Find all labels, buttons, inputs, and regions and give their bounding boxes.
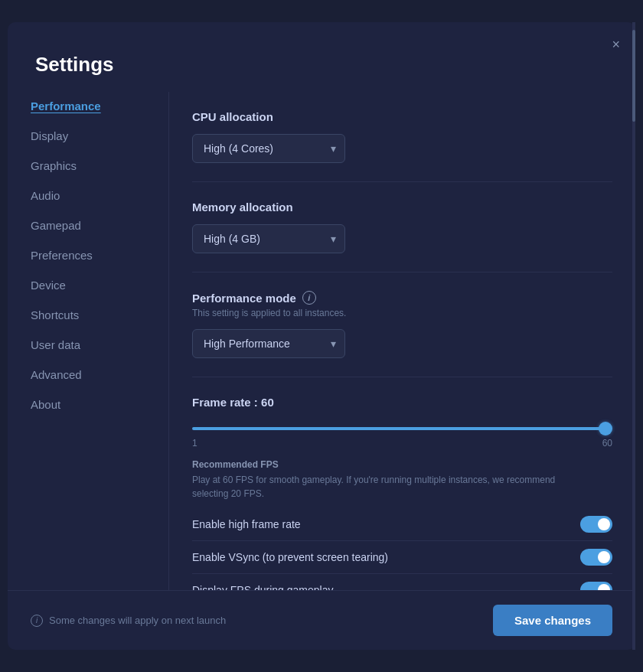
- sidebar-item-gamepad[interactable]: Gamepad: [20, 211, 156, 240]
- frame-rate-slider-container: 1 60: [192, 419, 612, 449]
- cpu-allocation-section: CPU allocation Low (2 Cores)Medium (3 Co…: [192, 92, 612, 182]
- toggle-label-vsync: Enable VSync (to prevent screen tearing): [192, 551, 388, 563]
- memory-allocation-wrapper: Low (1 GB)Medium (2 GB)High (4 GB)Ultra …: [192, 224, 345, 253]
- modal-title: Settings: [8, 22, 635, 92]
- toggle-label-display-fps: Display FPS during gameplay: [192, 584, 333, 590]
- close-button[interactable]: ×: [609, 34, 623, 54]
- performance-mode-label: Performance mode i: [192, 291, 612, 305]
- footer-note-text: Some changes will apply on next launch: [49, 615, 226, 626]
- performance-mode-wrapper: Power SaverBalancedHigh PerformanceUltra: [192, 329, 345, 358]
- sidebar-item-about[interactable]: About: [20, 390, 156, 419]
- fps-note-title: Recommended FPS: [192, 459, 612, 470]
- memory-allocation-label: Memory allocation: [192, 201, 612, 214]
- sidebar-item-preferences[interactable]: Preferences: [20, 241, 156, 269]
- settings-modal: × Settings PerformanceDisplayGraphicsAud…: [8, 22, 635, 650]
- modal-body: PerformanceDisplayGraphicsAudioGamepadPr…: [8, 92, 635, 590]
- toggle-switch-display-fps[interactable]: [580, 582, 612, 590]
- toggle-switch-high-frame-rate[interactable]: [580, 516, 612, 533]
- scroll-thumb: [632, 92, 635, 122]
- memory-allocation-section: Memory allocation Low (1 GB)Medium (2 GB…: [192, 182, 612, 272]
- sidebar-item-user-data[interactable]: User data: [20, 331, 156, 359]
- save-button[interactable]: Save changes: [493, 605, 612, 636]
- toggle-row-display-fps: Display FPS during gameplay: [192, 574, 612, 590]
- fps-note-text: Play at 60 FPS for smooth gameplay. If y…: [192, 473, 575, 501]
- sidebar-item-performance[interactable]: Performance: [20, 92, 156, 120]
- sidebar-item-shortcuts[interactable]: Shortcuts: [20, 301, 156, 329]
- toggle-row-vsync: Enable VSync (to prevent screen tearing): [192, 541, 612, 574]
- toggle-label-high-frame-rate: Enable high frame rate: [192, 518, 301, 530]
- slider-min-label: 1: [192, 438, 197, 449]
- sidebar-item-audio[interactable]: Audio: [20, 181, 156, 210]
- footer: i Some changes will apply on next launch…: [8, 590, 635, 650]
- footer-note: i Some changes will apply on next launch: [31, 615, 226, 627]
- performance-mode-help-icon[interactable]: i: [302, 291, 316, 305]
- performance-mode-select[interactable]: Power SaverBalancedHigh PerformanceUltra: [192, 329, 345, 358]
- performance-mode-note: This setting is applied to all instances…: [192, 308, 612, 318]
- performance-mode-section: Performance mode i This setting is appli…: [192, 272, 612, 377]
- frame-rate-label: Frame rate : 60: [192, 396, 612, 409]
- toggles-container: Enable high frame rateEnable VSync (to p…: [192, 508, 612, 590]
- cpu-allocation-wrapper: Low (2 Cores)Medium (3 Cores)High (4 Cor…: [192, 134, 345, 163]
- slider-max-label: 60: [602, 438, 612, 449]
- toggle-switch-vsync[interactable]: [580, 549, 612, 566]
- cpu-allocation-label: CPU allocation: [192, 110, 612, 123]
- sidebar: PerformanceDisplayGraphicsAudioGamepadPr…: [8, 92, 168, 590]
- sidebar-item-device[interactable]: Device: [20, 271, 156, 299]
- footer-info-icon: i: [31, 615, 43, 627]
- cpu-allocation-select[interactable]: Low (2 Cores)Medium (3 Cores)High (4 Cor…: [192, 134, 345, 163]
- sidebar-item-display[interactable]: Display: [20, 122, 156, 150]
- memory-allocation-select[interactable]: Low (1 GB)Medium (2 GB)High (4 GB)Ultra …: [192, 224, 345, 253]
- toggle-row-high-frame-rate: Enable high frame rate: [192, 508, 612, 541]
- sidebar-item-advanced[interactable]: Advanced: [20, 360, 156, 389]
- scroll-indicator: [632, 92, 635, 590]
- sidebar-item-graphics[interactable]: Graphics: [20, 152, 156, 180]
- frame-rate-section: Frame rate : 60 1 60 Recommended FPS Pla…: [192, 377, 612, 590]
- slider-labels: 1 60: [192, 438, 612, 449]
- frame-rate-slider[interactable]: [192, 427, 612, 430]
- content-area: CPU allocation Low (2 Cores)Medium (3 Co…: [168, 92, 635, 590]
